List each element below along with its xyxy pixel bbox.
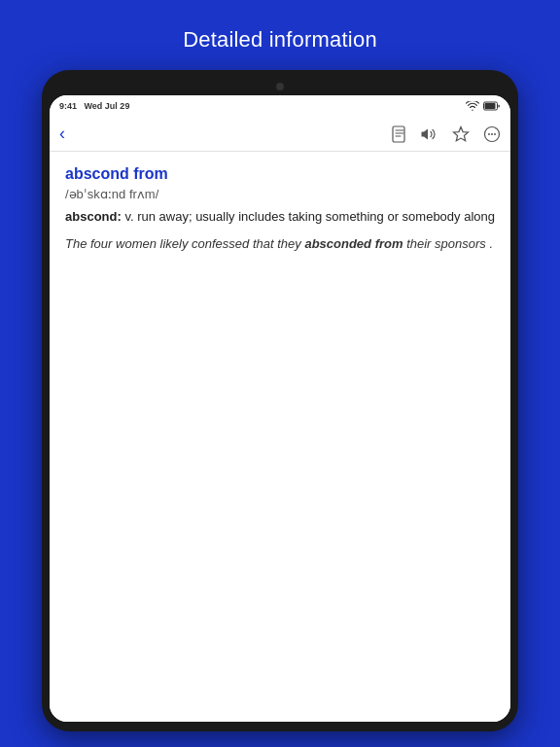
status-date: Wed Jul 29 [85,101,130,111]
svg-point-4 [488,133,490,135]
menu-icon[interactable] [483,125,501,143]
star-icon[interactable] [452,125,470,143]
back-button[interactable]: ‹ [59,124,65,144]
word-title: abscond from [65,165,495,183]
example-suffix: their sponsors . [403,236,494,251]
example-sentence: The four women likely confessed that the… [65,234,495,254]
nav-icons [392,125,501,143]
status-bar: 9:41 Wed Jul 29 [50,95,510,117]
document-icon[interactable] [392,125,407,143]
definition: abscond: v. run away; usually includes t… [65,207,495,227]
wifi-icon [466,101,479,111]
example-prefix: The four women likely confessed that the… [65,236,304,251]
svg-point-6 [494,133,496,135]
phonetic: /əbˈskɑːnd frʌm/ [65,187,495,201]
svg-point-5 [491,133,493,135]
tablet-frame: 9:41 Wed Jul 29 [42,70,518,731]
status-time: 9:41 [59,101,77,111]
example-bold: absconded from [304,236,402,251]
battery-icon [483,101,501,111]
content-area: abscond from /əbˈskɑːnd frʌm/ abscond: v… [50,152,510,722]
speaker-icon[interactable] [421,126,438,142]
tablet-screen: 9:41 Wed Jul 29 [50,95,510,722]
definition-label: abscond: [65,209,122,224]
status-time-date: 9:41 Wed Jul 29 [59,101,129,111]
nav-bar: ‹ [50,117,510,152]
svg-rect-2 [393,126,404,142]
camera-notch [276,83,284,90]
status-right [466,101,501,111]
tablet-top-bar [50,80,510,93]
definition-text: v. run away; usually includes taking som… [122,209,495,224]
page-title: Detailed information [183,27,377,53]
svg-rect-1 [485,103,496,109]
